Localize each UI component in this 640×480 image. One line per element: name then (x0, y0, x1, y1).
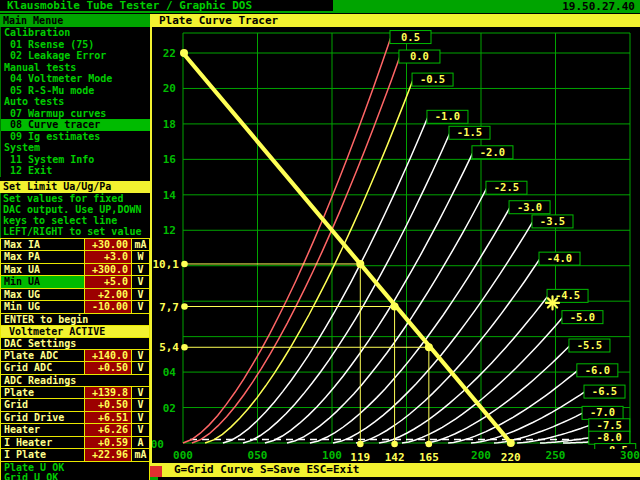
adc-readings-header: ADC Readings (1, 375, 149, 387)
curve-label-vg--5.0: -5.0 (570, 311, 595, 323)
curve-label-vg--4.5: -4.5 (555, 289, 580, 301)
y-tick-02: 02 (163, 402, 176, 415)
curve-label-vg--2.0: -2.0 (480, 146, 505, 158)
menu-item-05-r-s-mu-mode[interactable]: 05 R-S-Mu mode (0, 85, 150, 97)
dac-table: Plate ADC+140.0VGrid ADC+0.50V (1, 350, 149, 375)
adc-row-grid: Grid+0.50V (1, 399, 149, 412)
row-unit: mA (132, 239, 149, 251)
menu-item-12-exit[interactable]: 12 Exit (0, 165, 150, 177)
y-tick-16: 16 (163, 153, 177, 166)
y-tick-00: 00 (152, 438, 164, 451)
row-value: -10.00 (84, 301, 132, 313)
menu-item-01-rsense-75-[interactable]: 01 Rsense (75) (0, 39, 150, 51)
menu-item-manual-tests[interactable]: Manual tests (0, 62, 150, 74)
x-marker-142: 142 (385, 451, 405, 463)
set-limit-header: Set Limit Ua/Ug/Pa (0, 181, 150, 193)
plate-curve-svg: 0.50.0-0.5-1.0-1.5-2.0-2.5-3.0-3.5-4.0-4… (152, 27, 640, 463)
limit-row-max-ug[interactable]: Max UG+2.00V (1, 289, 149, 302)
curve-label-vg--6.0: -6.0 (585, 364, 610, 376)
hotkey-bar: G=Grid Curve S=Save ESC=Exit (152, 463, 640, 477)
plate-curve-vg--7.5 (517, 425, 590, 443)
adc-row-grid-drive: Grid Drive+6.51V (1, 412, 149, 425)
row-unit: V (132, 424, 149, 436)
limit-row-max-pa[interactable]: Max PA+3.0W (1, 251, 149, 264)
load-line-start-dot (180, 49, 188, 57)
dac-row-grid-adc: Grid ADC+0.50V (1, 362, 149, 375)
adc-row-plate: Plate+139.8V (1, 387, 149, 400)
curve-label-vg--4.0: -4.0 (547, 252, 572, 264)
y-axis-dot (181, 261, 188, 268)
adc-table: Plate+139.8VGrid+0.50VGrid Drive+6.51VHe… (1, 387, 149, 462)
x-tick-100: 100 (322, 449, 342, 462)
x-axis-dot (357, 441, 364, 448)
x-marker-220: 220 (501, 451, 521, 463)
menu-item-09-ig-estimates[interactable]: 09 Ig estimates (0, 131, 150, 143)
load-line-end-dot (507, 439, 515, 447)
corner-red-block (150, 466, 162, 477)
enter-prompt: ENTER to begin (1, 314, 149, 326)
plate-curve-vg-0.0 (192, 57, 400, 444)
limit-row-max-ia[interactable]: Max IA+30.00mA (1, 239, 149, 252)
menu-item-system[interactable]: System (0, 142, 150, 154)
tracer-title-bar: Plate Curve Tracer (152, 14, 640, 27)
row-label: Max PA (1, 251, 84, 263)
row-unit: V (132, 264, 149, 276)
row-unit: V (132, 350, 149, 362)
row-value: +140.0 (84, 350, 132, 362)
load-line-point (356, 260, 364, 268)
menu-item-02-leakage-error[interactable]: 02 Leakage Error (0, 50, 150, 62)
curve-label-vg--0.5: -0.5 (420, 73, 445, 85)
row-label: I Heater (1, 437, 84, 449)
adc-row-i-plate: I Plate+22.96mA (1, 449, 149, 462)
app-title: Klausmobile Tube Tester / Graphic DOS (0, 0, 333, 13)
sidebar: Main Menue Calibration 01 Rsense (75) 02… (0, 14, 150, 480)
row-value: +2.00 (84, 289, 132, 301)
row-value: +6.51 (84, 412, 132, 424)
status-messages: Plate U OKGrid U OK (1, 462, 149, 480)
menu-item-calibration[interactable]: Calibration (0, 27, 150, 39)
row-unit: V (132, 276, 149, 288)
status-grid-u-ok: Grid U OK (1, 473, 149, 480)
y-marker-5,4: 5,4 (159, 341, 179, 354)
curve-label-vg--6.5: -6.5 (592, 385, 617, 397)
row-label: Max UA (1, 264, 84, 276)
plate-curve-vg-0.5 (183, 37, 391, 443)
row-label: Heater (1, 424, 84, 436)
row-value: +3.0 (84, 251, 132, 263)
dac-row-plate-adc: Plate ADC+140.0V (1, 350, 149, 363)
limit-row-min-ug[interactable]: Min UG-10.00V (1, 301, 149, 314)
y-tick-18: 18 (163, 118, 176, 131)
row-label: Plate ADC (1, 350, 84, 362)
menu-item-08-curve-tracer[interactable]: 08 Curve tracer (0, 119, 150, 131)
row-unit: V (132, 412, 149, 424)
curve-label-vg--8.0: -8.0 (597, 431, 622, 443)
plate-curve-vg--1.5 (243, 133, 450, 443)
instructions: Set values for fixedDAC output. Use UP,D… (0, 193, 150, 238)
y-tick-04: 04 (163, 366, 177, 379)
limit-row-min-ua[interactable]: Min UA+5.0V (1, 276, 149, 289)
load-line-point (391, 303, 399, 311)
limit-row-max-ua[interactable]: Max UA+300.0V (1, 264, 149, 277)
row-label: Plate (1, 387, 84, 399)
adc-row-heater: Heater+6.26V (1, 424, 149, 437)
curve-label-vg--5.5: -5.5 (577, 339, 602, 351)
menu-item-11-system-info[interactable]: 11 System Info (0, 154, 150, 166)
row-label: Grid ADC (1, 362, 84, 374)
menu-item-04-voltmeter-mode[interactable]: 04 Voltmeter Mode (0, 73, 150, 85)
y-tick-20: 20 (163, 82, 176, 95)
menu-item-auto-tests[interactable]: Auto tests (0, 96, 150, 108)
menu-item-07-warmup-curves[interactable]: 07 Warmup curves (0, 108, 150, 120)
row-label: Grid Drive (1, 412, 84, 424)
row-unit: V (132, 399, 149, 411)
main-menu: Calibration 01 Rsense (75) 02 Leakage Er… (0, 27, 150, 177)
voltmeter-status: Voltmeter ACTIVE (1, 326, 149, 338)
row-value: +139.8 (84, 387, 132, 399)
curve-label-vg-0.0: 0.0 (410, 50, 429, 62)
limits-table: Max IA+30.00mAMax PA+3.0WMax UA+300.0VMi… (1, 239, 149, 314)
row-unit: V (132, 289, 149, 301)
row-unit: V (132, 362, 149, 374)
y-marker-7,7: 7,7 (159, 301, 179, 314)
row-label: Min UG (1, 301, 84, 313)
instruction-line: LEFT/RIGHT to set value (1, 226, 150, 237)
row-unit: V (132, 301, 149, 313)
